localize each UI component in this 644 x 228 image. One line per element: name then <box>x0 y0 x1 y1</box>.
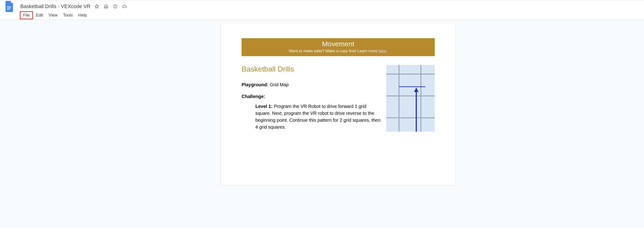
banner-subtitle-suffix: . <box>386 49 388 53</box>
content-text: Basketball Drills Playground: Grid Map C… <box>242 65 382 132</box>
menu-tools[interactable]: Tools <box>60 12 75 19</box>
banner-subtitle: Want to make edits? Make a copy first! L… <box>242 49 435 53</box>
svg-rect-0 <box>7 6 11 7</box>
document-area: Movement Want to make edits? Make a copy… <box>0 20 644 185</box>
document-page: Movement Want to make edits? Make a copy… <box>220 24 456 185</box>
playground-value: Grid Map <box>268 82 289 87</box>
level1-label: Level 1: <box>256 104 272 109</box>
level1-block: Level 1: Program the VR Robot to drive f… <box>242 103 382 130</box>
svg-rect-1 <box>7 8 11 8</box>
app-header: Basketball Drills - VEXcode VR <box>0 0 644 20</box>
title-icons <box>94 4 127 9</box>
document-title[interactable]: Basketball Drills - VEXcode VR <box>20 3 90 9</box>
banner-subtitle-prefix: Want to make edits? Make a copy first! L… <box>289 49 378 53</box>
menu-bar: File Edit View Tools Help <box>0 11 644 19</box>
svg-rect-6 <box>386 65 435 132</box>
svg-point-5 <box>115 5 116 6</box>
logo-wrapper <box>4 0 20 12</box>
menu-view[interactable]: View <box>46 12 60 19</box>
challenge-label: Challenge: <box>242 94 382 99</box>
menu-edit[interactable]: Edit <box>34 12 46 19</box>
docs-logo-icon[interactable] <box>4 0 14 12</box>
playground-label: Playground: <box>242 82 268 87</box>
level1-text: Program the VR Robot to drive forward 1 … <box>256 104 380 129</box>
menu-help[interactable]: Help <box>76 12 90 19</box>
cloud-icon[interactable] <box>122 4 127 9</box>
doc-heading: Basketball Drills <box>242 65 382 73</box>
info-icon[interactable] <box>113 4 118 9</box>
playground-line: Playground: Grid Map <box>242 82 382 87</box>
banner-link[interactable]: here <box>378 49 386 53</box>
title-row: Basketball Drills - VEXcode VR <box>0 0 644 11</box>
star-icon[interactable] <box>94 4 99 9</box>
svg-rect-2 <box>7 9 10 10</box>
grid-map-image <box>386 65 435 132</box>
banner-title: Movement <box>242 40 435 48</box>
drive-icon[interactable] <box>104 4 108 9</box>
banner: Movement Want to make edits? Make a copy… <box>242 38 435 56</box>
content-row: Basketball Drills Playground: Grid Map C… <box>242 65 435 132</box>
menu-file[interactable]: File <box>20 11 33 19</box>
